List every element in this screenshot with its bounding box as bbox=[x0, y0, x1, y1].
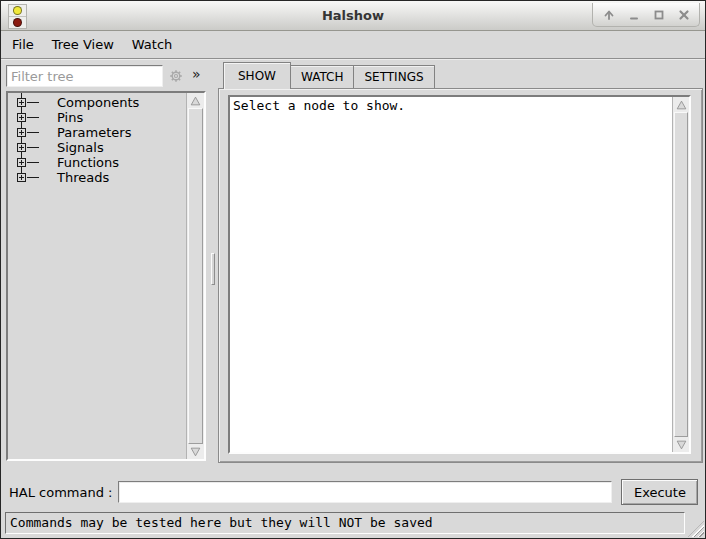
maximize-icon[interactable] bbox=[646, 5, 671, 25]
scroll-down-icon[interactable] bbox=[673, 437, 689, 452]
show-text-scrollbar[interactable] bbox=[672, 97, 689, 452]
scrollbar-thumb[interactable] bbox=[674, 112, 688, 437]
expand-icon[interactable] bbox=[17, 158, 26, 167]
hal-tree-frame: Components Pins Parameters Signals Funct… bbox=[6, 91, 206, 461]
scroll-up-icon[interactable] bbox=[187, 93, 204, 108]
resize-grip-icon[interactable] bbox=[688, 521, 704, 537]
tree-item-signals[interactable]: Signals bbox=[8, 140, 186, 155]
titlebar[interactable]: Halshow bbox=[1, 1, 705, 31]
hal-tree: Components Pins Parameters Signals Funct… bbox=[8, 93, 186, 459]
tab-show[interactable]: SHOW bbox=[223, 62, 291, 89]
minimize-icon[interactable] bbox=[621, 5, 646, 25]
menubar: File Tree View Watch bbox=[1, 31, 705, 59]
expand-icon[interactable] bbox=[17, 173, 26, 182]
tab-settings[interactable]: SETTINGS bbox=[354, 65, 434, 88]
tab-watch[interactable]: WATCH bbox=[291, 65, 355, 88]
scroll-up-icon[interactable] bbox=[673, 97, 689, 112]
scroll-down-icon[interactable] bbox=[187, 444, 204, 459]
status-message: Commands may be tested here but they wil… bbox=[5, 512, 685, 534]
pane-sash-handle[interactable] bbox=[211, 253, 215, 285]
close-icon[interactable] bbox=[671, 5, 696, 25]
expand-icon[interactable] bbox=[17, 98, 26, 107]
expand-icon[interactable] bbox=[17, 113, 26, 122]
expand-icon[interactable] bbox=[17, 143, 26, 152]
execute-button[interactable]: Execute bbox=[621, 479, 698, 505]
menu-watch[interactable]: Watch bbox=[123, 31, 181, 58]
hal-command-label: HAL command : bbox=[9, 485, 112, 500]
main-area: » Components Pins Parameters Si bbox=[1, 59, 705, 475]
show-text-area[interactable]: Select a node to show. bbox=[230, 97, 672, 452]
tree-item-pins[interactable]: Pins bbox=[8, 110, 186, 125]
command-bar: HAL command : Execute bbox=[1, 475, 705, 509]
chevron-double-right-icon[interactable]: » bbox=[189, 64, 204, 84]
tree-item-functions[interactable]: Functions bbox=[8, 155, 186, 170]
scrollbar-thumb[interactable] bbox=[188, 108, 203, 444]
tree-item-components[interactable]: Components bbox=[8, 95, 186, 110]
show-tab-panel: Select a node to show. bbox=[218, 88, 703, 463]
notebook: SHOW WATCH SETTINGS Select a node to sho… bbox=[218, 61, 703, 463]
menu-tree-view[interactable]: Tree View bbox=[43, 31, 123, 58]
status-row: Commands may be tested here but they wil… bbox=[1, 509, 705, 538]
tree-item-threads[interactable]: Threads bbox=[8, 170, 186, 185]
shade-icon[interactable] bbox=[596, 5, 621, 25]
expand-icon[interactable] bbox=[17, 128, 26, 137]
window-controls bbox=[592, 3, 700, 27]
tree-scrollbar[interactable] bbox=[186, 93, 204, 459]
halshow-window: Halshow bbox=[0, 0, 706, 539]
filter-tree-input[interactable] bbox=[6, 65, 163, 87]
tab-bar: SHOW WATCH SETTINGS bbox=[218, 61, 703, 88]
gear-icon[interactable] bbox=[167, 67, 185, 85]
menu-file[interactable]: File bbox=[3, 31, 43, 58]
tree-item-parameters[interactable]: Parameters bbox=[8, 125, 186, 140]
hal-command-input[interactable] bbox=[118, 481, 612, 503]
show-text-frame: Select a node to show. bbox=[228, 95, 691, 454]
